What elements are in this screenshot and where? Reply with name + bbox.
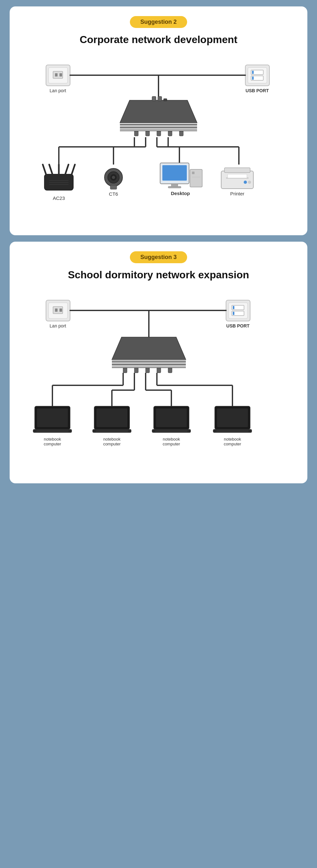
lan-port-group-2: Lan port: [46, 300, 70, 329]
notebook-1: notebook computer: [33, 406, 72, 446]
svg-text:Printer: Printer: [230, 191, 244, 196]
notebook-3: notebook computer: [152, 406, 191, 446]
svg-text:Desktop: Desktop: [171, 191, 190, 196]
svg-rect-127: [156, 408, 187, 427]
card-title-3: School dormitory network expansion: [68, 269, 249, 281]
svg-point-55: [112, 176, 115, 179]
svg-rect-61: [168, 186, 181, 188]
svg-text:Lan port: Lan port: [50, 323, 66, 329]
usb-label: USB PORT: [246, 88, 269, 93]
lan-label: Lan port: [50, 88, 66, 93]
svg-text:notebook: notebook: [163, 437, 180, 441]
svg-text:computer: computer: [103, 441, 121, 446]
svg-rect-67: [224, 168, 250, 173]
svg-rect-101: [168, 368, 172, 373]
svg-rect-56: [110, 185, 117, 189]
svg-rect-115: [37, 408, 68, 427]
usb-port-group: USB PORT: [245, 65, 269, 93]
svg-rect-66: [221, 171, 253, 189]
svg-rect-121: [96, 408, 127, 427]
svg-text:USB PORT: USB PORT: [226, 323, 250, 329]
notebook-4: notebook computer: [213, 406, 252, 446]
diagram-school: Lan port USB PORT: [23, 290, 294, 470]
svg-rect-133: [217, 408, 248, 427]
card-suggestion-3: Suggestion 3 School dormitory network ex…: [10, 242, 307, 483]
svg-rect-59: [162, 165, 187, 181]
svg-marker-91: [112, 337, 186, 360]
svg-rect-3: [55, 73, 58, 76]
svg-text:computer: computer: [163, 441, 180, 446]
svg-rect-83: [233, 306, 234, 309]
desktop-device: Desktop: [160, 163, 202, 196]
svg-text:notebook: notebook: [44, 437, 61, 441]
suggestion-badge-3: Suggestion 3: [130, 251, 187, 263]
svg-rect-123: [96, 430, 128, 432]
svg-text:notebook: notebook: [103, 437, 121, 441]
svg-rect-27: [157, 131, 161, 136]
camera-device: CT6: [105, 168, 122, 197]
printer-device: Printer: [221, 168, 253, 196]
svg-line-43: [43, 164, 46, 174]
svg-rect-69: [228, 174, 247, 178]
svg-rect-29: [179, 131, 183, 136]
svg-point-71: [248, 181, 251, 184]
school-diagram-svg: Lan port USB PORT: [20, 290, 297, 470]
notebook-2: notebook computer: [93, 406, 131, 446]
suggestion-badge-2: Suggestion 2: [130, 16, 187, 28]
svg-rect-22: [152, 96, 156, 101]
svg-rect-4: [59, 73, 62, 76]
svg-rect-76: [55, 309, 58, 312]
hub-device-2: [112, 337, 186, 373]
svg-rect-28: [168, 131, 172, 136]
svg-rect-77: [59, 309, 62, 312]
svg-rect-62: [190, 169, 202, 187]
lan-port-group: Lan port: [46, 65, 70, 93]
card-suggestion-2: Suggestion 2 Corporate network developme…: [10, 6, 307, 235]
svg-rect-97: [123, 368, 127, 373]
svg-rect-9: [252, 71, 254, 74]
svg-rect-99: [146, 368, 149, 373]
card-title-2: Corporate network development: [80, 34, 238, 45]
svg-line-44: [49, 164, 52, 174]
router-device: AC23: [43, 164, 75, 201]
svg-rect-24: [164, 99, 167, 101]
svg-rect-98: [134, 368, 138, 373]
svg-text:computer: computer: [44, 441, 61, 446]
svg-rect-26: [146, 131, 149, 136]
svg-marker-16: [120, 100, 197, 123]
svg-text:notebook: notebook: [224, 437, 241, 441]
svg-rect-10: [252, 76, 254, 80]
svg-rect-25: [134, 131, 138, 136]
corporate-diagram-svg: Lan port USB PORT: [20, 55, 297, 222]
svg-rect-100: [157, 368, 161, 373]
svg-text:AC23: AC23: [53, 195, 65, 201]
svg-line-46: [65, 164, 68, 174]
usb-port-group-2: USB PORT: [226, 300, 250, 329]
diagram-corporate: Lan port USB PORT: [23, 55, 294, 222]
svg-point-70: [244, 181, 247, 184]
svg-line-47: [72, 164, 75, 174]
svg-rect-42: [45, 174, 73, 190]
svg-rect-23: [158, 96, 162, 101]
svg-text:computer: computer: [224, 441, 241, 446]
svg-rect-135: [217, 430, 249, 432]
hub-device: [120, 96, 197, 136]
svg-rect-63: [192, 172, 195, 174]
svg-rect-117: [36, 430, 68, 432]
svg-text:CT6: CT6: [109, 191, 118, 197]
svg-rect-84: [233, 312, 234, 315]
svg-rect-129: [155, 430, 188, 432]
